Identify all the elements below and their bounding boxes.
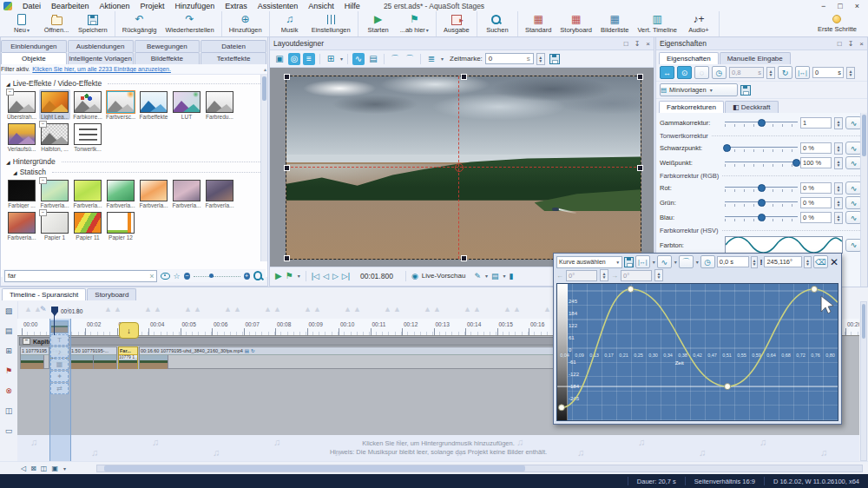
group-collapse-icon[interactable]: −: [6, 89, 14, 96]
toolbar-wiederherstellen-button[interactable]: ↷Wiederherstellen: [161, 11, 218, 36]
trash-icon[interactable]: ⌫: [813, 255, 828, 268]
tracks-icon[interactable]: ▤: [5, 326, 13, 335]
favorite-star-icon[interactable]: ☆: [174, 272, 181, 280]
range-caret[interactable]: ▾: [653, 259, 655, 265]
clear-search-icon[interactable]: ×: [149, 272, 154, 280]
clip-3[interactable]: 1.50 10779195-...: [69, 346, 117, 369]
pen-caret[interactable]: ▾: [485, 273, 488, 279]
value-spinner[interactable]: ▲▼: [834, 157, 843, 169]
erste-schritte-button[interactable]: Erste Schritte: [813, 14, 861, 34]
grid-icon[interactable]: ⊞: [325, 53, 337, 65]
slope-icon[interactable]: ⌒: [679, 255, 694, 268]
tab-bewegungen[interactable]: Bewegungen: [135, 40, 201, 52]
tab-texteffekte[interactable]: Texteffekte: [201, 52, 266, 64]
menu-item-hilfe[interactable]: Hilfe: [339, 2, 365, 10]
effect-thumb-farbredu[interactable]: Farbredu...: [204, 89, 235, 120]
menu-item-aktionen[interactable]: Aktionen: [95, 2, 135, 10]
rotate-animation-icon[interactable]: ⊙: [677, 66, 692, 79]
menu-item-projekt[interactable]: Projekt: [135, 2, 170, 10]
add-track-icon[interactable]: ⊞: [5, 346, 12, 355]
handle-top-right[interactable]: [637, 74, 643, 80]
close-panel-icon[interactable]: ×: [646, 40, 650, 48]
background-thumb-7[interactable]: Farbverla...: [6, 210, 37, 241]
minimize-icon[interactable]: −: [821, 2, 825, 10]
point-time-input[interactable]: 0,0 s: [717, 256, 749, 267]
menu-item-ansicht[interactable]: Ansicht: [303, 2, 339, 10]
zoom-range-icon[interactable]: ◫: [41, 465, 48, 472]
toolbar-standard-button[interactable]: ▦Standard: [521, 11, 556, 36]
list-caret[interactable]: ▾: [441, 56, 444, 62]
timeline-hscrollbar[interactable]: [96, 465, 863, 472]
toolbar-musik-button[interactable]: ♫Musik: [273, 11, 307, 36]
zoom-in-icon[interactable]: +: [244, 273, 250, 280]
menu-item-datei[interactable]: Datei: [17, 2, 46, 10]
toolbar-suchen-button[interactable]: Suchen: [480, 11, 515, 36]
tab-dateien[interactable]: Dateien: [201, 40, 266, 52]
ghost-icon[interactable]: ◌: [694, 66, 709, 79]
toolbar-ausgabe-button[interactable]: Ausgabe: [439, 11, 474, 36]
document-icon[interactable]: ▤: [245, 347, 249, 354]
value-input[interactable]: 0 %: [800, 197, 832, 208]
music-track[interactable]: Klicken Sie hier, um Hintergrundmusik hi…: [17, 435, 859, 461]
collapse-chapter-icon[interactable]: −: [23, 338, 30, 345]
tab-bildeffekte[interactable]: Bildeffekte: [135, 52, 201, 64]
refresh-icon[interactable]: ↻: [251, 347, 255, 354]
point-value-spinner[interactable]: ▲▼: [804, 256, 812, 268]
background-thumb-1[interactable]: −Farbverla...: [39, 178, 70, 208]
magnifier-icon[interactable]: [253, 271, 262, 280]
value-spinner[interactable]: ▲▼: [834, 197, 843, 209]
toolbar-öffnen-button[interactable]: Öffnen...: [39, 11, 74, 36]
snapshot-icon[interactable]: ▣: [51, 465, 58, 472]
menu-item-bearbeiten[interactable]: Bearbeiten: [46, 2, 95, 10]
value-spinner[interactable]: ▲▼: [834, 117, 843, 129]
toolbar-audio+-button[interactable]: ♪+Audio+: [681, 11, 716, 36]
maximize-icon[interactable]: □: [838, 2, 842, 10]
value-spinner[interactable]: ▲▼: [834, 182, 843, 195]
grünslider[interactable]: [725, 199, 798, 207]
keyframe-drop-icon[interactable]: ↓: [119, 322, 139, 339]
effect-thumb-halbton[interactable]: −Halbton, ...: [39, 122, 70, 152]
handle-top-left[interactable]: [284, 74, 290, 80]
group-collapse-icon[interactable]: −: [39, 177, 47, 184]
effect-thumb-überstrah[interactable]: −Überstrah...: [6, 89, 37, 120]
hue-curve-preview[interactable]: [725, 236, 843, 254]
effect-thumb-tonwertk[interactable]: Tonwertk...: [72, 122, 103, 152]
offset-spinner[interactable]: ▲▼: [846, 67, 855, 79]
list-icon[interactable]: ≣: [425, 53, 437, 65]
weißpunktslider[interactable]: [725, 159, 798, 167]
wave-caret[interactable]: ▾: [674, 259, 677, 265]
keyframes-icon[interactable]: ▨: [5, 307, 13, 315]
menu-item-extras[interactable]: Extras: [220, 2, 253, 10]
effect-thumb-light-lea[interactable]: Light Lea...: [39, 89, 70, 120]
menu-item-hinzufügen[interactable]: Hinzufügen: [170, 2, 220, 10]
handle-bottom-left[interactable]: [284, 255, 290, 261]
close-panel-icon[interactable]: ×: [859, 40, 864, 48]
effect-thumb-farbeffekte[interactable]: Farbeffekte: [138, 89, 169, 120]
motion-path-icon[interactable]: ∿: [352, 53, 365, 65]
wave-icon[interactable]: ∿: [657, 255, 672, 268]
value-input[interactable]: 1: [800, 117, 832, 129]
tab-manuelle-eingabe[interactable]: Manuelle Eingabe: [720, 52, 791, 64]
tab-ausblendungen[interactable]: Ausblendungen: [68, 40, 134, 52]
ease-in-icon[interactable]: ⌒: [389, 53, 401, 65]
tab-objekte[interactable]: Objekte: [1, 52, 67, 64]
curve-select-dropdown[interactable]: Kurve auswählen ▼: [556, 256, 622, 268]
anim-duration-input[interactable]: 0,8 s: [729, 67, 764, 78]
monitor-caret[interactable]: ▾: [503, 273, 506, 279]
curve-point[interactable]: [558, 405, 564, 411]
toolbar-vert-timeline-button[interactable]: ▥Vert. Timeline: [634, 11, 681, 36]
unpin-panel-icon[interactable]: ↧: [848, 40, 854, 48]
zeitmarke-spinner[interactable]: ▲▼: [536, 53, 545, 65]
scroll-up-icon[interactable]: ▲: [263, 67, 267, 72]
toolbar-neu-button[interactable]: Neu▾: [4, 11, 39, 36]
duration-icon[interactable]: |↔|: [795, 66, 810, 79]
clock-icon[interactable]: ◷: [712, 66, 727, 79]
point-value-input[interactable]: 245,116°: [764, 256, 802, 267]
zoom-selection-icon[interactable]: ⊠: [30, 465, 36, 472]
paper-thumb-papier-1[interactable]: −Papier 1: [39, 210, 70, 241]
properties-scrollbar[interactable]: [860, 113, 867, 292]
point-time-spinner[interactable]: ▲▼: [751, 256, 759, 268]
handle-mid-left[interactable]: [284, 165, 290, 171]
paper-thumb-papier-11[interactable]: Papier 11: [72, 210, 103, 241]
background-thumb-2[interactable]: Farbverla...: [72, 178, 103, 208]
